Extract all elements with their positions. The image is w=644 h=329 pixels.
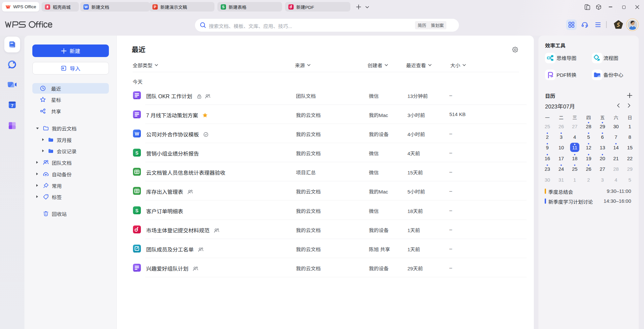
svg-text:W: W xyxy=(135,131,139,136)
svg-text:S: S xyxy=(135,150,138,156)
svg-text:S: S xyxy=(135,208,138,213)
svg-text:7: 7 xyxy=(11,103,13,108)
